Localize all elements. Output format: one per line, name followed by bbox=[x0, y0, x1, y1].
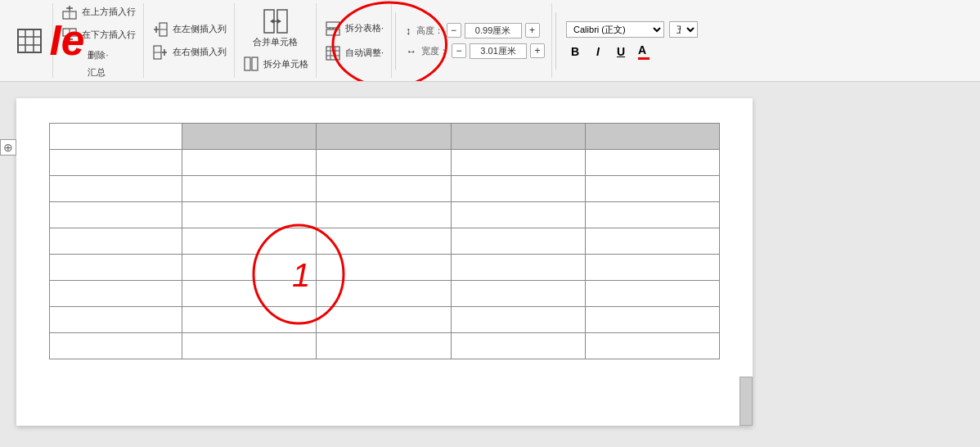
width-row: ↔ 宽度： − 3.01厘米 + bbox=[406, 43, 545, 59]
table-cell[interactable] bbox=[50, 228, 182, 255]
table-row bbox=[50, 281, 720, 307]
table-cell[interactable] bbox=[585, 202, 719, 228]
table-cell[interactable] bbox=[317, 228, 451, 255]
table-move-handle[interactable]: ⊕ bbox=[0, 139, 16, 156]
height-label: 高度： bbox=[416, 25, 443, 37]
table-cell[interactable] bbox=[451, 176, 585, 202]
table-cell[interactable] bbox=[182, 228, 317, 255]
insert-col-right-label: 在右侧插入列 bbox=[173, 46, 227, 58]
table-cell[interactable] bbox=[317, 281, 451, 307]
table-cell[interactable] bbox=[585, 228, 719, 255]
font-color-underline bbox=[638, 57, 650, 60]
height-increase-btn[interactable]: + bbox=[525, 23, 540, 38]
table-grid-icon bbox=[16, 28, 43, 54]
toolbar-split-auto-group: 拆分表格· 自动调整· bbox=[317, 3, 392, 78]
font-color-icon: A bbox=[638, 43, 650, 60]
table-cell[interactable] bbox=[451, 228, 585, 255]
split-cells-btn[interactable]: 拆分单元格 bbox=[240, 53, 311, 74]
auto-adjust-btn[interactable]: 自动调整· bbox=[321, 43, 386, 64]
delete-summary-rows: 删除· 汇总 bbox=[85, 47, 110, 80]
table-cell[interactable] bbox=[317, 150, 451, 176]
bold-button[interactable]: B bbox=[566, 43, 584, 61]
table-cell[interactable] bbox=[585, 124, 719, 150]
table-cell[interactable] bbox=[317, 255, 451, 281]
insert-col-left-icon bbox=[151, 20, 169, 38]
table-cell[interactable] bbox=[585, 150, 719, 176]
table-cell[interactable] bbox=[50, 333, 182, 359]
delete-btn[interactable]: 删除· bbox=[85, 47, 110, 63]
table-cell[interactable] bbox=[50, 281, 182, 307]
height-value[interactable]: 0.99厘米 bbox=[465, 23, 522, 38]
table-cell[interactable] bbox=[182, 255, 317, 281]
font-color-button[interactable]: A bbox=[635, 43, 653, 61]
table-cell[interactable] bbox=[317, 333, 451, 359]
document-area: ⊕ bbox=[0, 82, 980, 447]
font-name-select[interactable]: Calibri (正文) bbox=[566, 21, 664, 38]
divider-2 bbox=[555, 12, 556, 70]
auto-adjust-label: 自动调整· bbox=[345, 47, 384, 59]
table-cell[interactable] bbox=[451, 307, 585, 333]
height-icon: ↕ bbox=[406, 25, 411, 37]
table-cell[interactable] bbox=[451, 333, 585, 359]
table-cell[interactable] bbox=[585, 255, 719, 281]
split-table-icon bbox=[324, 20, 342, 38]
merge-cells-label: 合并单元格 bbox=[253, 36, 298, 48]
table-cell[interactable] bbox=[451, 202, 585, 228]
summary-btn[interactable]: 汇总 bbox=[85, 65, 110, 80]
table-cell[interactable] bbox=[451, 255, 585, 281]
table-cell[interactable] bbox=[585, 281, 719, 307]
insert-col-right-btn[interactable]: 在右侧插入列 bbox=[149, 42, 229, 63]
table-cell[interactable] bbox=[585, 333, 719, 359]
table-cell[interactable] bbox=[182, 307, 317, 333]
font-panel: Calibri (正文) 五 B I U A bbox=[560, 3, 704, 78]
italic-button[interactable]: I bbox=[589, 43, 607, 61]
width-value[interactable]: 3.01厘米 bbox=[470, 43, 527, 59]
table-cell[interactable] bbox=[50, 150, 182, 176]
font-row-2: B I U A bbox=[566, 43, 698, 61]
table-cell[interactable] bbox=[50, 307, 182, 333]
table-row bbox=[50, 124, 720, 150]
table-cell[interactable] bbox=[50, 176, 182, 202]
underline-button[interactable]: U bbox=[612, 43, 630, 61]
merge-cells-btn[interactable]: 合并单元格 bbox=[249, 7, 301, 50]
insert-row-above-label: 在上方插入行 bbox=[82, 6, 136, 18]
table-cell[interactable] bbox=[182, 124, 317, 150]
table-cell[interactable] bbox=[317, 307, 451, 333]
insert-col-left-btn[interactable]: 在左侧插入列 bbox=[149, 19, 229, 40]
table-cell[interactable] bbox=[317, 202, 451, 228]
svg-rect-29 bbox=[326, 29, 339, 35]
table-cell[interactable] bbox=[451, 150, 585, 176]
table-cell[interactable] bbox=[585, 307, 719, 333]
table-cell[interactable] bbox=[585, 176, 719, 202]
table-cell[interactable] bbox=[182, 281, 317, 307]
split-table-label: 拆分表格· bbox=[345, 22, 384, 34]
table-cell[interactable] bbox=[50, 124, 182, 150]
font-size-select[interactable]: 五 bbox=[669, 21, 698, 38]
table-row bbox=[50, 333, 720, 359]
table-cell[interactable] bbox=[50, 255, 182, 281]
insert-row-below-btn[interactable]: 在下方插入行 bbox=[58, 25, 138, 46]
word-table bbox=[49, 123, 720, 359]
vertical-scrollbar[interactable] bbox=[739, 377, 753, 426]
table-cell[interactable] bbox=[182, 333, 317, 359]
table-cell[interactable] bbox=[317, 176, 451, 202]
width-increase-btn[interactable]: + bbox=[530, 43, 545, 58]
split-table-btn[interactable]: 拆分表格· bbox=[321, 18, 386, 39]
table-cell[interactable] bbox=[182, 176, 317, 202]
svg-rect-0 bbox=[18, 29, 41, 52]
table-row bbox=[50, 228, 720, 255]
table-cell[interactable] bbox=[317, 124, 451, 150]
table-cell[interactable] bbox=[182, 202, 317, 228]
height-decrease-btn[interactable]: − bbox=[447, 23, 461, 38]
table-cell[interactable] bbox=[451, 281, 585, 307]
table-cell[interactable] bbox=[50, 202, 182, 228]
table-cell[interactable] bbox=[451, 124, 585, 150]
delete-label: 删除· bbox=[88, 49, 108, 61]
summary-label: 汇总 bbox=[88, 66, 106, 79]
table-cell[interactable] bbox=[182, 150, 317, 176]
table-icon-button[interactable] bbox=[13, 26, 46, 56]
table-row bbox=[50, 307, 720, 333]
insert-row-above-btn[interactable]: 在上方插入行 bbox=[58, 2, 138, 23]
dimensions-panel: ↕ 高度： − 0.99厘米 + ↔ 宽度： − 3.01厘米 + bbox=[399, 3, 552, 78]
width-decrease-btn[interactable]: − bbox=[452, 43, 466, 58]
